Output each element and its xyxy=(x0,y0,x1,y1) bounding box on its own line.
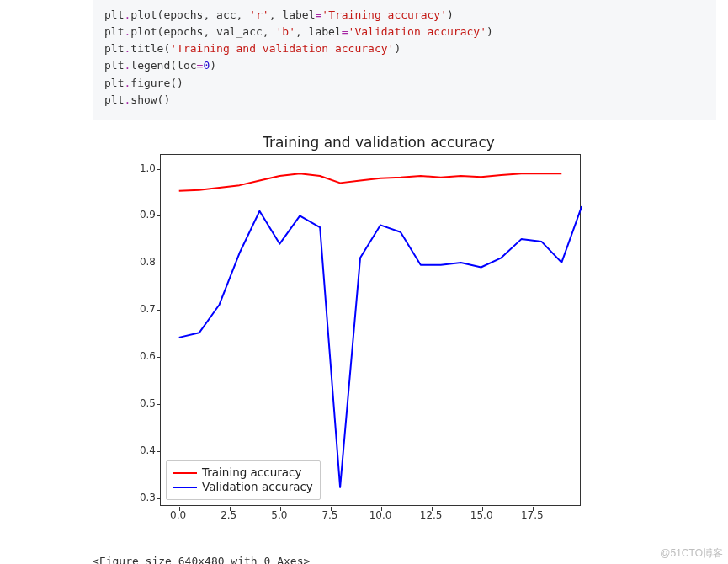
plot-area: Training accuracyValidation accuracy xyxy=(160,154,581,506)
chart-legend: Training accuracyValidation accuracy xyxy=(166,460,321,500)
legend-item: Training accuracy xyxy=(173,466,313,481)
series-line xyxy=(179,206,582,487)
x-tick-label: 10.0 xyxy=(369,509,392,521)
y-tick-label: 0.3 xyxy=(93,492,156,503)
x-tick-label: 12.5 xyxy=(420,509,443,521)
series-line xyxy=(179,173,562,191)
y-tick-label: 0.5 xyxy=(93,397,156,409)
y-tick-label: 1.0 xyxy=(93,162,156,174)
x-tick-label: 5.0 xyxy=(271,509,287,521)
y-tick-label: 0.9 xyxy=(93,209,156,221)
x-tick-label: 2.5 xyxy=(221,509,236,521)
x-tick-label: 17.5 xyxy=(521,509,544,521)
y-tick-label: 0.8 xyxy=(93,256,156,268)
y-tick-label: 0.7 xyxy=(93,303,156,315)
watermark: @51CTO博客 xyxy=(660,546,723,561)
legend-swatch xyxy=(173,472,197,474)
legend-item: Validation accuracy xyxy=(173,480,313,495)
chart-title: Training and validation accuracy xyxy=(93,134,631,151)
chart-lines xyxy=(161,155,580,505)
x-tick-label: 7.5 xyxy=(321,509,337,521)
chart-figure: Training and validation accuracy 0.30.40… xyxy=(93,130,631,535)
y-tick-label: 0.4 xyxy=(93,444,156,456)
code-cell: plt.plot(epochs, acc, 'r', label='Traini… xyxy=(93,0,716,120)
x-tick-label: 0.0 xyxy=(170,509,186,521)
legend-label: Validation accuracy xyxy=(202,480,313,495)
x-axis-ticks: 0.02.55.07.510.012.515.017.5 xyxy=(160,506,581,523)
output-area: Training and validation accuracy 0.30.40… xyxy=(93,130,716,564)
figure-size-output: <Figure size 640x480 with 0 Axes> xyxy=(93,555,716,564)
legend-swatch xyxy=(173,487,197,488)
x-tick-label: 15.0 xyxy=(470,509,493,521)
legend-label: Training accuracy xyxy=(202,466,301,481)
y-tick-label: 0.6 xyxy=(93,350,156,362)
y-axis-ticks: 0.30.40.50.60.70.80.91.0 xyxy=(93,154,156,506)
